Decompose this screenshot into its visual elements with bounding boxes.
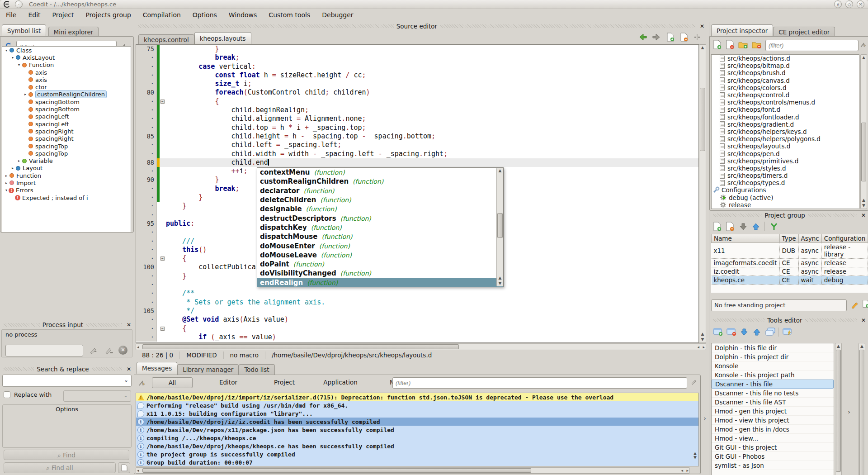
messages-tab-messages[interactable]: Messages (137, 362, 177, 374)
tree-expander-icon[interactable]: ▸ (4, 181, 9, 185)
tools-vscrollbar[interactable]: ▲ ▲▼ (835, 343, 842, 475)
project-file-item[interactable]: src/kheops/fontloader.d (712, 114, 859, 121)
completion-item[interactable]: deleteChildren(function) (257, 195, 503, 204)
group-row-kheops.ce[interactable]: kheops.ceCEwaitdebug (712, 276, 868, 285)
close-document-icon[interactable] (680, 33, 688, 42)
close-button[interactable]: ✕ (857, 0, 864, 8)
move-tool-down-icon[interactable] (740, 328, 748, 336)
symbol-tree-item[interactable]: !Expected ; instead of i (2, 194, 131, 201)
split-view-icon[interactable] (693, 33, 701, 41)
completion-item[interactable]: dispatchKey(function) (257, 223, 503, 232)
symbol-tree-item[interactable]: axis (2, 76, 131, 83)
fold-column[interactable]: − (160, 324, 166, 333)
group-row-x11[interactable]: x11DUBasyncrelease - library (712, 243, 868, 259)
log-row[interactable]: iGroup build duration: 00:00:07 (136, 459, 698, 466)
tree-expander-icon[interactable]: ▸ (17, 159, 21, 163)
inspector-broom-icon[interactable] (859, 41, 867, 48)
project-file-item[interactable]: src/kheops/layouts.d (712, 142, 859, 150)
messages-filter-input[interactable] (392, 377, 687, 389)
messages-vscroll-arrows[interactable]: ▲▼ (693, 451, 697, 460)
symbol-tree-item[interactable]: spacingLeft (2, 120, 131, 128)
code-line[interactable]: · child.alignment = Alignment.none; (136, 114, 698, 123)
group-col-configuration[interactable]: Configuration (821, 234, 868, 243)
tree-expander-icon[interactable]: ▸ (4, 174, 9, 178)
fold-collapse-icon[interactable]: − (160, 256, 165, 261)
add-source-icon[interactable] (713, 40, 722, 49)
project-file-item[interactable]: src/kheops/controls/menus.d (712, 99, 859, 106)
run-tool-icon[interactable] (783, 328, 793, 336)
remove-project-icon[interactable] (726, 222, 734, 231)
configuration-item[interactable]: debug (active) (712, 194, 859, 201)
tool-item[interactable]: Dolphin - this file dir (712, 343, 834, 352)
menu-options[interactable]: Options (187, 10, 223, 20)
tool-item[interactable]: Git GUI - Phobos (712, 452, 834, 461)
tool-item[interactable]: Hmod - gen this in /docs (712, 425, 834, 434)
close-tools-editor-icon[interactable]: ✕ (859, 317, 868, 323)
code-line[interactable]: 75 } (136, 45, 698, 53)
new-document-icon[interactable] (666, 33, 675, 42)
go-forward-icon[interactable] (652, 33, 661, 41)
move-project-up-icon[interactable] (752, 223, 760, 231)
tool-item[interactable]: Hmod - view this project (712, 416, 834, 425)
menu-project[interactable]: Project (47, 10, 80, 20)
filter-button-project[interactable]: Project (264, 377, 305, 388)
tree-expander-icon[interactable]: ▾ (10, 56, 15, 60)
log-row[interactable]: Performing "release" build using /usr/bi… (136, 401, 698, 409)
close-editor-panel-icon[interactable]: ✕ (698, 23, 706, 29)
symbol-tree-item[interactable]: ▸customRealignChildren (2, 91, 131, 98)
completion-item[interactable]: endRealign(function) (257, 278, 503, 287)
code-line[interactable]: · if (_axis == value) (136, 333, 698, 342)
project-file-item[interactable]: src/kheops/styles.d (712, 165, 859, 172)
pin-input-icon[interactable] (104, 346, 114, 356)
project-file-item[interactable]: src/kheops/actions.d (712, 55, 859, 62)
symbol-tree-item[interactable]: spacingTop (2, 142, 131, 150)
inspector-vscrollbar[interactable]: ▲ ▲▼ (860, 54, 867, 209)
completion-item[interactable]: dispatchMouse(function) (257, 232, 503, 241)
group-row-iz.coedit[interactable]: iz.coeditCEasyncrelease (712, 267, 868, 276)
symbol-tree-item[interactable]: ▸Variable (2, 157, 131, 164)
completion-item[interactable]: doMouseLeave(function) (257, 251, 503, 260)
send-input-icon[interactable] (89, 346, 99, 356)
symbol-tree-item[interactable]: ▾Function (2, 62, 131, 69)
completion-item[interactable]: designable(function) (257, 204, 503, 214)
group-col-type[interactable]: Type (779, 234, 798, 243)
tool-item[interactable]: Dolphin - this project dir (712, 352, 834, 361)
project-file-item[interactable]: src/kheops/control.d (712, 91, 859, 99)
completion-item[interactable]: customRealignChildren(function) (257, 177, 503, 186)
project-file-item[interactable]: src/kheops/timers.d (712, 172, 859, 179)
symbol-tree-item[interactable]: spacingTop (2, 150, 131, 157)
close-project-group-icon[interactable]: ✕ (859, 212, 868, 218)
code-line[interactable]: ·− { (136, 97, 698, 106)
code-line[interactable]: · child.width = width - _spacing.left - … (136, 150, 698, 158)
completion-item[interactable]: doVisibilityChanged(function) (257, 269, 503, 278)
symbol-tree-item[interactable]: axis (2, 69, 131, 76)
symbol-tree-item[interactable]: ctor (2, 83, 131, 90)
remove-folder-icon[interactable] (752, 41, 762, 49)
code-line[interactable]: · * Sets or gets the alignment axis. (136, 298, 698, 307)
code-line[interactable]: 88 child.end (136, 158, 698, 167)
menu-windows[interactable]: Windows (223, 10, 263, 20)
menu-projects-group[interactable]: Projects group (80, 10, 137, 20)
symbol-tree-item[interactable]: ▾Class (2, 47, 131, 54)
configurations-node[interactable]: Configurations (712, 186, 859, 194)
tool-item[interactable]: Dscanner - this file (712, 380, 834, 389)
project-file-item[interactable]: src/kheops/helpers/keys.d (712, 128, 859, 135)
project-file-item[interactable]: src/kheops/primitives.d (712, 157, 859, 165)
replace-with-checkbox[interactable] (4, 391, 10, 398)
find-all-button[interactable]: ⌕ Find all (4, 462, 116, 473)
symbol-tree-item[interactable]: ▾!Errors (2, 187, 131, 194)
tool-item[interactable]: Dscanner - this file no tests (712, 389, 834, 398)
tool-item[interactable]: Hmod - gen this project (712, 407, 834, 416)
move-project-down-icon[interactable] (739, 223, 747, 231)
tool-item[interactable]: symlist - as Json (712, 461, 834, 470)
move-tool-up-icon[interactable] (753, 328, 761, 336)
log-row[interactable]: i/home/basile/Dev/dproj/iz/iz.coedit has… (136, 418, 698, 426)
menu-compilation[interactable]: Compilation (137, 10, 187, 20)
close-process-panel-icon[interactable]: ✕ (125, 322, 133, 328)
project-group-table[interactable]: NameTypeAsyncConfigurationx11DUBasyncrel… (711, 234, 868, 293)
kill-process-icon[interactable]: ✕ (118, 346, 127, 355)
message-log[interactable]: !/home/basile/Dev/dproj/iz/import/iz/ser… (136, 393, 699, 466)
menu-debugger[interactable]: Debugger (316, 10, 359, 20)
tree-expander-icon[interactable]: ▸ (23, 92, 28, 96)
completion-item[interactable]: destructDescriptors(function) (257, 214, 503, 223)
